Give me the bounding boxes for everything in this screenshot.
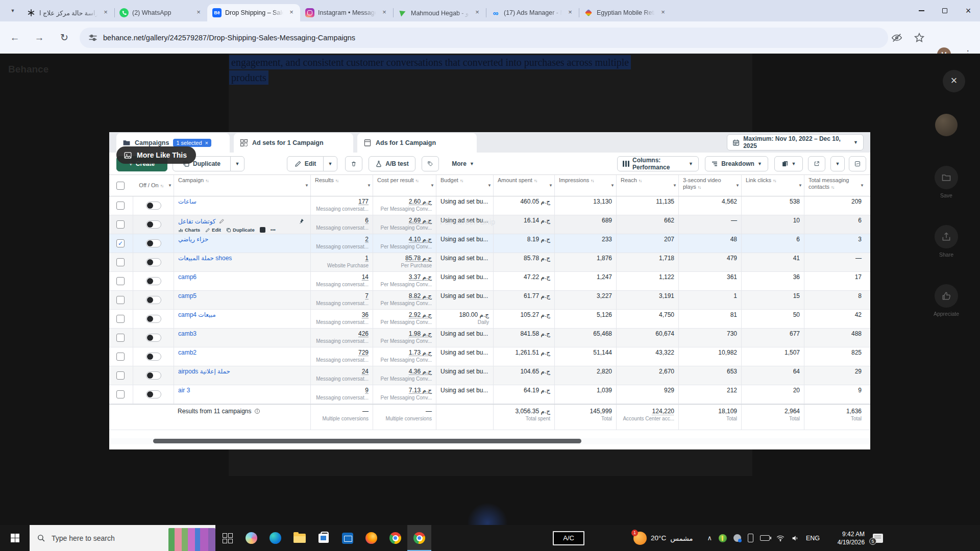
column-header[interactable]: Campaign↑↓▼ (174, 175, 310, 196)
appreciate-button[interactable] (935, 284, 958, 308)
cost-value[interactable]: 3.37 ج.م (377, 273, 432, 281)
edit-caret-button[interactable]: ▼ (323, 156, 337, 171)
browser-tab[interactable]: Instagram • Message × (300, 4, 393, 21)
campaign-toggle[interactable] (146, 296, 161, 304)
firefox-button[interactable] (359, 525, 383, 551)
edit-pencil-icon[interactable] (219, 217, 225, 226)
table-row[interactable]: camb3 426Messaging conversat... 1.98 ج.م… (109, 329, 870, 347)
sort-icon[interactable]: ↑↓ (698, 185, 701, 190)
browser-tab[interactable]: دراسة حالة مركز علاج ا × (21, 4, 114, 21)
reports-button[interactable]: ▼ (774, 156, 803, 171)
campaign-name-link[interactable]: camp6 (178, 273, 197, 281)
weather-widget[interactable]: 1 20°C مشمس (633, 532, 693, 545)
campaign-toggle[interactable] (146, 258, 161, 266)
campaign-name-link[interactable]: حزاء رياضي (178, 236, 208, 243)
columns-button[interactable]: Columns: Performance▼ (617, 156, 699, 171)
copilot-button[interactable] (239, 525, 263, 551)
table-row[interactable]: airpods حملة إعلانية 24Messaging convers… (109, 366, 870, 385)
select-all-checkbox[interactable] (116, 182, 125, 190)
row-checkbox[interactable] (116, 371, 125, 380)
outlook-button[interactable] (335, 525, 359, 551)
more-actions[interactable]: ••• (271, 227, 276, 233)
campaign-toggle[interactable] (146, 334, 161, 342)
window-minimize-button[interactable] (910, 0, 933, 21)
sort-icon[interactable]: ↑↓ (639, 179, 642, 183)
eye-off-icon[interactable] (891, 32, 902, 43)
column-header[interactable]: Total messaging contacts↑↓▼ (804, 175, 866, 196)
start-button[interactable] (0, 525, 30, 551)
table-row[interactable]: camp4 مبيعات 36Messaging conversat... 2.… (109, 310, 870, 329)
tab-close-icon[interactable]: × (101, 8, 110, 17)
scrollbar-thumb[interactable] (153, 439, 581, 443)
reload-button[interactable]: ↻ (57, 30, 72, 45)
campaign-name-link[interactable]: air 3 (178, 387, 190, 394)
address-bar[interactable]: behance.net/gallery/242579287/Drop-Shipp… (80, 28, 888, 48)
duplicate-action[interactable]: Duplicate (226, 227, 255, 233)
site-controls-icon[interactable] (88, 33, 98, 43)
results-value[interactable]: 14 (315, 273, 369, 281)
row-checkbox[interactable] (116, 296, 125, 304)
language-indicator[interactable]: ENG (806, 535, 820, 542)
caret-down-icon[interactable]: ▼ (549, 182, 553, 189)
save-button[interactable] (935, 166, 958, 189)
campaign-name-link[interactable]: camp5 (178, 292, 197, 299)
table-row[interactable]: حملة المبيعات shoes 1Website Purchase 85… (109, 253, 870, 272)
more-like-this-button[interactable]: More Like This (116, 146, 196, 164)
campaign-toggle[interactable] (146, 390, 161, 398)
caret-down-icon[interactable]: ▼ (168, 182, 172, 189)
column-header[interactable]: Impressions↑↓▼ (554, 175, 616, 196)
sort-icon[interactable]: ↑↓ (831, 185, 834, 190)
date-range-button[interactable]: Maximum: Nov 10, 2022 – Dec 10, 2025 ▼ (727, 134, 864, 151)
caret-down-icon[interactable]: ▼ (736, 182, 740, 189)
campaign-name-link[interactable]: camb3 (178, 330, 197, 337)
cost-value[interactable]: 4.36 ج.م (377, 368, 432, 375)
cost-value[interactable]: 85.78 ج.م (377, 255, 432, 262)
notification-center-button[interactable]: 5 (873, 534, 883, 543)
results-value[interactable]: 6 (315, 217, 369, 224)
sort-icon[interactable]: ↑↓ (335, 179, 338, 183)
browser-tab[interactable]: Bē Drop Shipping – Sale × (207, 4, 300, 21)
tab-ads[interactable]: Ads for 1 Campaign (357, 133, 477, 153)
sort-icon[interactable]: ↑↓ (460, 179, 463, 183)
column-header[interactable]: Reach↑↓▼ (616, 175, 678, 196)
table-row[interactable]: ✓ حزاء رياضي 2Messaging conversat... 4.1… (109, 234, 870, 253)
info-icon[interactable] (254, 408, 260, 414)
campaign-name-link[interactable]: كوتشات تفاعل (178, 218, 216, 225)
project-owner-avatar[interactable] (935, 114, 958, 136)
cost-value[interactable]: 4.10 ج.م (377, 236, 432, 243)
sort-icon[interactable]: ↑↓ (591, 179, 594, 183)
results-value[interactable]: 7 (315, 292, 369, 299)
delete-button[interactable] (345, 156, 362, 171)
campaign-toggle[interactable] (146, 353, 161, 361)
edit-action[interactable]: Edit (205, 227, 221, 233)
campaign-toggle[interactable] (146, 220, 161, 229)
tray-app-icon[interactable] (733, 534, 741, 542)
cost-value[interactable]: 7.13 ج.م (377, 387, 432, 394)
more-button[interactable]: More▼ (445, 156, 481, 171)
sort-icon[interactable]: ↑↓ (773, 179, 776, 183)
cost-value[interactable]: 2.92 ج.م (377, 311, 432, 318)
campaign-name-link[interactable]: حملة المبيعات shoes (178, 255, 232, 262)
preview-action-icon[interactable] (260, 227, 265, 233)
duplicate-caret-button[interactable]: ▼ (230, 156, 244, 171)
row-checkbox[interactable] (116, 353, 125, 361)
taskbar-clock[interactable]: 9:42 AM 4/19/2026 (828, 530, 865, 546)
sort-icon[interactable]: ↑↓ (160, 184, 163, 188)
window-maximize-button[interactable] (933, 0, 957, 21)
browser-tab[interactable]: Mahmoud Hegab - يو × (393, 4, 486, 21)
browser-tab[interactable]: Egyptian Mobile Reta × (579, 4, 672, 21)
tab-close-icon[interactable]: × (658, 8, 668, 17)
column-header[interactable]: Budget↑↓▼ (436, 175, 493, 196)
tray-chevron-icon[interactable]: ∧ (707, 534, 712, 542)
back-button[interactable]: ← (7, 30, 22, 45)
pin-icon[interactable] (299, 217, 304, 226)
column-header[interactable]: Cost per result↑↓▼ (373, 175, 436, 196)
taskbar-search[interactable]: Type here to search (30, 525, 215, 551)
tab-ad-sets[interactable]: Ad sets for 1 Campaign (234, 133, 353, 153)
browser-tab[interactable]: (2) WhatsApp × (114, 4, 207, 21)
results-value[interactable]: 24 (315, 368, 369, 375)
campaign-name-link[interactable]: airpods حملة إعلانية (178, 368, 230, 375)
tab-close-icon[interactable]: × (380, 8, 389, 17)
caret-down-icon[interactable]: ▼ (610, 182, 615, 189)
breakdown-button[interactable]: Breakdown▼ (705, 156, 768, 171)
